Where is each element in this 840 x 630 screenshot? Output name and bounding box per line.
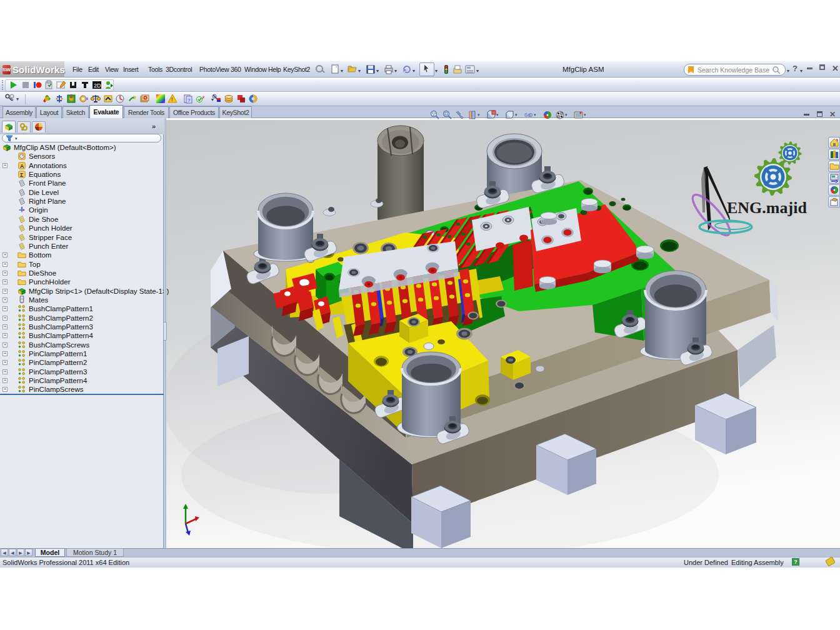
svg-text:Σ: Σ	[20, 172, 23, 178]
svg-text:A: A	[20, 162, 24, 169]
svg-text:6o: 6o	[524, 112, 531, 118]
svg-text:?: ?	[188, 98, 191, 103]
svg-text:✗: ✗	[202, 96, 205, 99]
svg-text:ENG.majid: ENG.majid	[727, 199, 807, 217]
svg-text:!: !	[171, 96, 173, 102]
svg-text:2D: 2D	[94, 82, 101, 89]
